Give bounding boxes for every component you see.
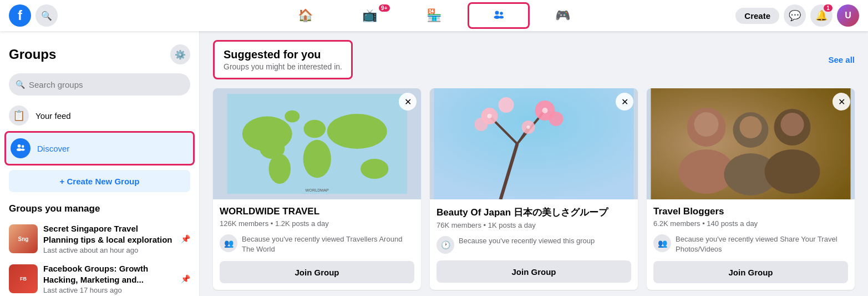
card-image	[647, 88, 855, 199]
discover-icon	[11, 138, 31, 158]
join-group-button[interactable]: Join Group	[220, 261, 414, 283]
card-image	[430, 88, 638, 199]
card-close-button[interactable]: ✕	[399, 93, 417, 111]
svg-point-14	[327, 114, 387, 149]
world-map-svg: WORLDMAP	[224, 94, 411, 194]
card-group-name: Beauty Of Japan 日本の美しさグループ	[436, 206, 631, 219]
page-layout: Groups ⚙️ 🔍 📋 Your feed Discover + Creat…	[0, 31, 868, 296]
sidebar-title-text: Groups	[9, 47, 56, 62]
reason-icon: 👥	[653, 234, 671, 252]
card-body: Travel Bloggers 6.2K members • 140 posts…	[647, 199, 855, 290]
discover-icon-svg	[15, 143, 26, 154]
svg-rect-42	[651, 88, 851, 199]
facebook-logo[interactable]: f	[9, 4, 31, 27]
group-thumbnail: FB	[9, 264, 38, 293]
suggested-subtitle: Groups you might be interested in.	[224, 62, 342, 71]
create-button[interactable]: Create	[735, 8, 779, 24]
svg-point-31	[527, 126, 530, 129]
reason-text: Because you've recently viewed this grou…	[459, 236, 595, 246]
card-body: WORLDWIDE TRAVEL 126K members • 1.2K pos…	[213, 199, 421, 290]
nav-marketplace-button[interactable]: 🏪	[403, 2, 465, 29]
card-reason: 👥 Because you've recently viewed Share Y…	[653, 234, 848, 254]
svg-point-29	[488, 114, 492, 118]
main-content: Suggested for you Groups you might be in…	[200, 31, 868, 296]
svg-point-16	[285, 111, 300, 123]
reason-text: Because you've recently viewed Traveller…	[242, 234, 414, 254]
group-card: ✕ Travel Bloggers 6.2K members • 140 pos…	[647, 88, 855, 290]
svg-rect-18	[434, 88, 634, 199]
notifications-button[interactable]: 🔔 1	[810, 4, 833, 27]
card-body: Beauty Of Japan 日本の美しさグループ 76K members •…	[430, 199, 638, 289]
svg-point-4	[18, 144, 21, 148]
svg-point-28	[549, 112, 564, 126]
svg-point-1	[494, 16, 500, 19]
search-input-wrap: 🔍	[9, 73, 190, 96]
nav-groups-button[interactable]	[468, 2, 530, 29]
sidebar-item-discover[interactable]: Discover	[4, 131, 195, 165]
search-groups-input[interactable]	[9, 73, 190, 96]
card-group-name: WORLDWIDE TRAVEL	[220, 206, 414, 217]
group-thumbnail: Sng	[9, 224, 38, 253]
group-name: Secret Singapore Travel Planning tips & …	[43, 223, 175, 245]
suggested-label-box: Suggested for you Groups you might be in…	[213, 40, 353, 79]
card-meta: 126K members • 1.2K posts a day	[220, 219, 414, 228]
svg-point-12	[303, 120, 326, 138]
svg-point-5	[17, 148, 22, 151]
group-last-active: Last active about an hour ago	[43, 246, 175, 254]
discover-label: Discover	[37, 144, 69, 153]
groups-icon	[492, 9, 505, 22]
svg-point-7	[21, 148, 25, 150]
reason-icon: 👥	[220, 234, 237, 252]
group-name: Facebook Groups: Growth Hacking, Marketi…	[43, 263, 175, 285]
your-feed-icon: 📋	[9, 106, 29, 126]
user-avatar[interactable]: U	[837, 4, 859, 27]
sidebar-title-row: Groups ⚙️	[4, 40, 195, 69]
group-info: Facebook Groups: Growth Hacking, Marketi…	[43, 263, 175, 294]
svg-point-13	[303, 140, 331, 178]
group-card: WORLDMAP ✕ WORLDWIDE TRAVEL 126K members…	[213, 88, 421, 290]
travel-bloggers-svg	[647, 88, 855, 199]
reason-icon: 🕐	[436, 236, 454, 254]
nav-gaming-button[interactable]: 🎮	[532, 2, 594, 29]
group-cards-row: WORLDMAP ✕ WORLDWIDE TRAVEL 126K members…	[213, 88, 855, 290]
svg-text:WORLDMAP: WORLDMAP	[305, 188, 329, 193]
notification-badge: 1	[824, 4, 833, 12]
cherry-blossom-svg	[430, 88, 638, 199]
settings-button[interactable]: ⚙️	[170, 44, 190, 64]
list-item[interactable]: FB Facebook Groups: Growth Hacking, Mark…	[4, 259, 195, 296]
list-item[interactable]: Sng Secret Singapore Travel Planning tip…	[4, 219, 195, 259]
card-reason: 🕐 Because you've recently viewed this gr…	[436, 236, 631, 254]
card-group-name: Travel Bloggers	[653, 206, 848, 217]
join-group-button[interactable]: Join Group	[436, 260, 631, 283]
your-feed-label: Your feed	[35, 111, 71, 121]
nav-video-button[interactable]: 📺 9+	[339, 2, 401, 29]
suggested-title: Suggested for you	[224, 48, 342, 61]
reason-text: Because you've recently viewed Share You…	[676, 234, 848, 254]
card-meta: 6.2K members • 140 posts a day	[653, 219, 848, 228]
svg-point-11	[268, 154, 291, 184]
suggested-section-header: Suggested for you Groups you might be in…	[213, 40, 855, 79]
create-new-group-button[interactable]: + Create New Group	[9, 170, 190, 192]
svg-point-6	[22, 145, 24, 148]
group-info: Secret Singapore Travel Planning tips & …	[43, 223, 175, 254]
search-icon: 🔍	[16, 80, 25, 89]
see-all-link[interactable]: See all	[828, 55, 855, 64]
card-close-button[interactable]: ✕	[616, 93, 633, 111]
svg-point-0	[495, 11, 499, 15]
group-card: ✕ Beauty Of Japan 日本の美しさグループ 76K members…	[430, 88, 638, 290]
nav-center: 🏠 📺 9+ 🏪 🎮	[209, 2, 659, 29]
nav-home-button[interactable]: 🏠	[275, 2, 337, 29]
sidebar-item-your-feed[interactable]: 📋 Your feed	[4, 100, 195, 131]
messenger-button[interactable]: 💬	[784, 4, 806, 27]
group-last-active: Last active 17 hours ago	[43, 286, 175, 294]
sidebar: Groups ⚙️ 🔍 📋 Your feed Discover + Creat…	[0, 31, 200, 296]
pin-icon: 📌	[181, 234, 190, 243]
svg-point-15	[361, 159, 388, 179]
svg-point-26	[499, 97, 514, 113]
search-button[interactable]: 🔍	[35, 4, 58, 27]
join-group-button[interactable]: Join Group	[653, 261, 848, 283]
card-close-button[interactable]: ✕	[833, 93, 850, 111]
video-badge: 9+	[379, 4, 389, 12]
card-image: WORLDMAP	[213, 88, 421, 199]
svg-point-30	[542, 108, 548, 113]
